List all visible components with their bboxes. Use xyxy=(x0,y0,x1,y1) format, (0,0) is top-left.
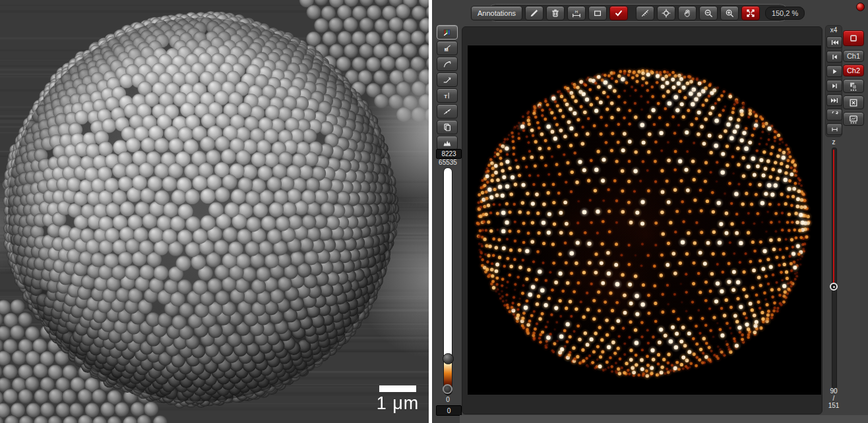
range-low-label: 0 xyxy=(433,396,462,403)
z-divider: / xyxy=(824,395,843,402)
rectangle-button[interactable] xyxy=(588,6,607,20)
scale-bar: 1 μm xyxy=(369,385,426,414)
gamma-curve-button[interactable] xyxy=(437,57,458,71)
z-slider[interactable] xyxy=(832,148,837,389)
scale-bar-label: 1 μm xyxy=(369,393,426,414)
z-slider-handle[interactable] xyxy=(830,283,838,291)
crosshair-button[interactable] xyxy=(657,6,675,20)
last-frame-button[interactable] xyxy=(826,94,842,106)
image-container xyxy=(462,26,822,414)
mixed-channels-button[interactable] xyxy=(843,96,864,109)
sem-micrograph xyxy=(0,0,429,423)
split-view-button[interactable] xyxy=(843,79,864,93)
trash-button[interactable] xyxy=(546,6,565,20)
copy-settings-button[interactable] xyxy=(437,120,458,134)
display-range-slider[interactable] xyxy=(441,167,455,395)
bottom-strip xyxy=(460,415,868,423)
linear-m-button[interactable]: M xyxy=(437,41,458,55)
pen-button[interactable] xyxy=(525,6,543,20)
zoom-out-button[interactable] xyxy=(699,6,718,20)
gallery-view-button[interactable] xyxy=(843,112,864,126)
fit-view-button[interactable] xyxy=(741,6,760,20)
range-max-label: 65535 xyxy=(433,159,462,166)
svg-text:H: H xyxy=(575,9,578,13)
loop-button[interactable] xyxy=(826,109,842,121)
range-low-handle[interactable] xyxy=(443,384,452,394)
svg-text:M: M xyxy=(445,47,449,52)
range-high-value-box[interactable]: 8223 xyxy=(436,149,462,159)
z-total: 151 xyxy=(824,402,843,409)
zoom-in-button[interactable] xyxy=(720,6,739,20)
threshold-t-button[interactable]: T xyxy=(437,88,458,103)
sem-image-panel: 1 μm xyxy=(0,0,429,423)
z-slider-fill xyxy=(833,150,834,285)
microscopy-viewer-panel: AnnotationsH150,2 % MT 8223 65535 0 0 x4… xyxy=(432,0,868,423)
app-root: 1 μm AnnotationsH150,2 % MT 8223 65535 0… xyxy=(0,0,868,423)
confirm-check-button[interactable] xyxy=(609,6,628,20)
status-orb-icon[interactable] xyxy=(856,3,865,11)
annotation-toolbar: AnnotationsH150,2 % xyxy=(487,4,789,22)
play-button[interactable] xyxy=(826,65,842,77)
range-high-handle[interactable] xyxy=(443,353,454,364)
svg-text:T: T xyxy=(444,94,447,99)
spline-curve-button[interactable] xyxy=(437,104,458,119)
first-frame-button[interactable] xyxy=(826,36,842,48)
pan-hand-button[interactable] xyxy=(678,6,697,20)
annotations-button[interactable]: Annotations xyxy=(471,6,522,20)
channel-button-ch1[interactable]: Ch1 xyxy=(843,50,864,62)
z-axis-label: z xyxy=(825,138,842,146)
z-current: 90 xyxy=(824,387,843,395)
z-position-readout: 90 / 151 xyxy=(824,387,843,409)
playback-speed-label: x4 xyxy=(825,26,842,34)
next-frame-button[interactable] xyxy=(826,80,842,92)
zoom-level-readout: 150,2 % xyxy=(765,7,805,20)
measure-ruler-button[interactable] xyxy=(636,6,654,20)
offset-slope-button[interactable] xyxy=(437,72,458,87)
display-tools-column: MT xyxy=(437,25,459,150)
range-low-value-box[interactable]: 0 xyxy=(436,405,462,416)
single-view-button[interactable] xyxy=(843,30,864,46)
scale-bar-button[interactable]: H xyxy=(567,6,586,20)
playback-buttons xyxy=(826,36,841,135)
scale-bar-line xyxy=(379,385,416,392)
range-button[interactable] xyxy=(826,123,842,135)
channel-button-ch2[interactable]: Ch2 xyxy=(843,65,864,76)
histogram-button[interactable] xyxy=(437,136,458,150)
display-lut-button[interactable] xyxy=(437,25,458,40)
channel-column: Ch1Ch2 xyxy=(842,30,865,128)
fluorescence-image[interactable] xyxy=(468,45,821,395)
prev-frame-button[interactable] xyxy=(826,51,842,63)
